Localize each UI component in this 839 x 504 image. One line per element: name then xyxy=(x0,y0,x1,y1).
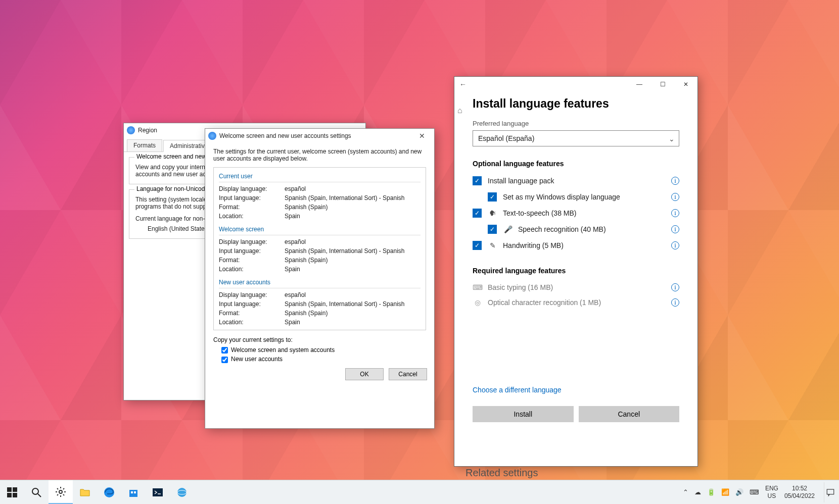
checkbox-pack[interactable]: ✓ xyxy=(473,176,482,185)
info-icon[interactable]: i xyxy=(671,209,679,217)
lbl-location3: Location: xyxy=(219,319,285,326)
checkbox-speech[interactable]: ✓ xyxy=(488,225,497,234)
info-icon[interactable]: i xyxy=(671,225,679,233)
tray-chevron-icon[interactable]: ⌃ xyxy=(683,488,688,496)
val-input2: Spanish (Spain, International Sort) - Sp… xyxy=(285,247,421,255)
feat-display-label: Set as my Windows display language xyxy=(503,193,620,201)
action-center-button[interactable] xyxy=(824,482,836,502)
welcome-title: Welcome screen and new user accounts set… xyxy=(219,132,351,139)
cancel-button[interactable]: Cancel xyxy=(389,368,427,380)
install-button[interactable]: Install xyxy=(473,406,574,422)
val-display2: español xyxy=(285,238,421,245)
back-icon[interactable]: ← xyxy=(459,80,472,88)
volume-icon[interactable]: 🔊 xyxy=(735,488,743,496)
wifi-icon[interactable]: 📶 xyxy=(721,488,729,496)
feat-ocr: ◎ Optical character recognition (1 MB) i xyxy=(473,295,679,310)
keyboard-tray-icon[interactable]: ⌨ xyxy=(750,488,759,496)
feat-typing-label: Basic typing (16 MB) xyxy=(488,283,553,291)
cb-welcome-screen-label: Welcome screen and system accounts xyxy=(231,346,335,354)
lang-secondary: US xyxy=(768,492,776,499)
settings-taskbar-button[interactable] xyxy=(49,480,73,504)
battery-icon[interactable]: 🔋 xyxy=(707,488,715,496)
folder-icon xyxy=(79,486,91,498)
svg-rect-2 xyxy=(7,493,12,497)
info-icon[interactable]: i xyxy=(671,193,679,201)
val-format3: Spanish (Spain) xyxy=(285,310,421,317)
val-location2: Spain xyxy=(285,266,421,273)
feat-ocr-label: Optical character recognition (1 MB) xyxy=(488,298,601,307)
home-icon[interactable]: ⌂ xyxy=(457,106,470,118)
svg-rect-10 xyxy=(134,491,136,493)
lbl-display2: Display language: xyxy=(219,238,285,245)
info-icon[interactable]: i xyxy=(671,283,679,291)
ie-button[interactable] xyxy=(170,480,194,504)
language-indicator[interactable]: ENG US xyxy=(765,485,778,499)
checkbox-handwriting[interactable]: ✓ xyxy=(473,241,482,250)
settings-window: ← — ☐ ✕ Install language features Prefer… xyxy=(454,76,698,467)
checkbox-tts[interactable]: ✓ xyxy=(473,209,482,218)
cb-new-user-label: New user accounts xyxy=(231,356,283,363)
explorer-button[interactable] xyxy=(73,480,97,504)
clock[interactable]: 10:52 05/04/2022 xyxy=(784,485,815,499)
clock-date: 05/04/2022 xyxy=(784,492,815,499)
settings-titlebar[interactable]: ← — ☐ ✕ xyxy=(454,77,697,92)
welcome-titlebar[interactable]: Welcome screen and new user accounts set… xyxy=(205,129,434,143)
feat-display-lang[interactable]: ✓ Set as my Windows display language i xyxy=(473,189,679,205)
minimize-button[interactable]: — xyxy=(628,77,651,92)
svg-point-4 xyxy=(32,488,38,494)
info-icon[interactable]: i xyxy=(671,298,679,307)
settings-footer: Install Cancel xyxy=(454,404,697,431)
svg-rect-8 xyxy=(129,490,137,497)
info-icon[interactable]: i xyxy=(671,241,679,249)
lbl-display: Display language: xyxy=(219,185,285,192)
lbl-input3: Input language: xyxy=(219,300,285,308)
close-icon[interactable]: ✕ xyxy=(413,132,431,140)
lbl-input2: Input language: xyxy=(219,247,285,255)
welcome-dialog: Welcome screen and new user accounts set… xyxy=(205,128,435,429)
val-display: español xyxy=(285,185,421,192)
onedrive-icon[interactable]: ☁ xyxy=(694,488,701,496)
ok-button[interactable]: OK xyxy=(345,368,384,380)
maximize-button[interactable]: ☐ xyxy=(651,77,674,92)
checkbox-display[interactable]: ✓ xyxy=(488,192,497,201)
search-button[interactable] xyxy=(24,480,49,504)
terminal-button[interactable] xyxy=(146,480,170,504)
feat-speech[interactable]: ✓ 🎤 Speech recognition (40 MB) i xyxy=(473,221,679,237)
start-button[interactable] xyxy=(0,480,24,504)
val-input: Spanish (Spain, International Sort) - Sp… xyxy=(285,194,421,201)
cb-new-user-input[interactable] xyxy=(221,357,228,363)
hdr-welcome-screen: Welcome screen xyxy=(219,224,421,235)
cb-welcome-screen-input[interactable] xyxy=(221,347,228,354)
feat-tts[interactable]: ✓ 🗣 Text-to-speech (38 MB) i xyxy=(473,205,679,221)
lang-primary: ENG xyxy=(765,485,778,492)
cb-new-user[interactable]: New user accounts xyxy=(221,356,283,363)
val-display3: español xyxy=(285,291,421,298)
svg-rect-0 xyxy=(7,487,12,492)
lbl-format: Format: xyxy=(219,204,285,211)
feat-handwriting[interactable]: ✓ ✎ Handwriting (5 MB) i xyxy=(473,237,679,254)
feat-install-pack[interactable]: ✓ Install language pack i xyxy=(473,173,679,189)
welcome-icon xyxy=(208,132,216,140)
taskbar: ⌃ ☁ 🔋 📶 🔊 ⌨ ENG US 10:52 05/04/2022 xyxy=(0,480,839,504)
store-icon xyxy=(127,486,139,498)
feat-tts-label: Text-to-speech (38 MB) xyxy=(503,209,577,217)
preferred-value: Español (España) xyxy=(478,134,534,142)
choose-different-link[interactable]: Choose a different language xyxy=(473,386,679,394)
cb-welcome-screen[interactable]: Welcome screen and system accounts xyxy=(221,346,335,354)
system-tray: ⌃ ☁ 🔋 📶 🔊 ⌨ ENG US 10:52 05/04/2022 xyxy=(680,480,839,504)
gear-icon xyxy=(55,486,67,498)
tab-formats[interactable]: Formats xyxy=(127,139,162,152)
info-icon[interactable]: i xyxy=(671,177,679,185)
svg-rect-9 xyxy=(131,491,133,493)
settings-cancel-button[interactable]: Cancel xyxy=(579,406,680,422)
pen-icon: ✎ xyxy=(488,241,498,249)
edge-button[interactable] xyxy=(97,480,121,504)
store-button[interactable] xyxy=(121,480,146,504)
feat-typing: ⌨ Basic typing (16 MB) i xyxy=(473,280,679,295)
chevron-down-icon: ⌄ xyxy=(669,135,675,143)
accounts-box: Current user Display language:español In… xyxy=(213,167,426,330)
close-button[interactable]: ✕ xyxy=(674,77,697,92)
preferred-language-dropdown[interactable]: Español (España) ⌄ xyxy=(473,130,679,146)
feat-pack-label: Install language pack xyxy=(488,177,554,185)
svg-line-5 xyxy=(38,494,41,497)
